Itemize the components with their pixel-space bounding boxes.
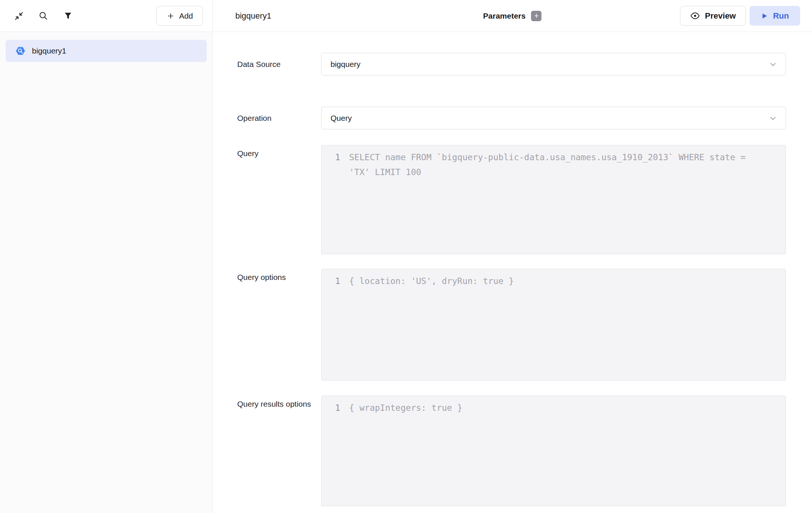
- collapse-panel-button[interactable]: [13, 10, 25, 22]
- filter-icon: [63, 11, 73, 21]
- preview-button[interactable]: Preview: [680, 6, 746, 26]
- run-button-label: Run: [773, 11, 789, 21]
- filter-button[interactable]: [62, 10, 74, 22]
- query-list-item-label: bigquery1: [32, 46, 66, 55]
- query-list-item-bigquery1[interactable]: bigquery1: [6, 40, 207, 62]
- query-results-options-code-text: { wrapIntegers: true }: [349, 400, 463, 415]
- query-editor-main: bigquery1 Parameters Preview: [213, 0, 812, 513]
- query-form: Data Source bigquery Operation Query: [213, 32, 812, 513]
- preview-button-label: Preview: [705, 11, 736, 21]
- query-code-text: SELECT name FROM `bigquery-public-data.u…: [349, 150, 763, 180]
- data-source-select[interactable]: bigquery: [321, 53, 786, 75]
- query-code-editor[interactable]: 1 SELECT name FROM `bigquery-public-data…: [321, 145, 786, 254]
- operation-label: Operation: [237, 113, 321, 123]
- data-source-label: Data Source: [237, 59, 321, 70]
- add-query-button[interactable]: Add: [157, 6, 203, 26]
- collapse-diagonal-icon: [14, 11, 24, 21]
- chevron-down-icon: [768, 60, 777, 69]
- parameters-label: Parameters: [483, 12, 525, 20]
- operation-select[interactable]: Query: [321, 107, 786, 129]
- line-number: 1: [333, 400, 340, 415]
- add-parameter-button[interactable]: [531, 11, 542, 21]
- data-source-row: Data Source bigquery: [237, 53, 786, 75]
- play-icon: [761, 12, 768, 20]
- search-button[interactable]: [38, 10, 49, 22]
- search-icon: [38, 11, 49, 21]
- query-row: Query 1 SELECT name FROM `bigquery-publi…: [237, 145, 786, 254]
- query-list: bigquery1: [0, 32, 212, 70]
- query-results-options-row: Query results options 1 { wrapIntegers: …: [237, 396, 786, 506]
- line-number: 1: [333, 274, 340, 288]
- chevron-down-icon: [768, 114, 777, 123]
- line-number: 1: [333, 150, 340, 165]
- bigquery-icon: [15, 45, 26, 57]
- eye-icon: [690, 11, 700, 21]
- run-button[interactable]: Run: [750, 6, 800, 26]
- query-options-row: Query options 1 { location: 'US', dryRun…: [237, 269, 786, 381]
- plus-icon: [534, 13, 539, 19]
- query-options-editor[interactable]: 1 { location: 'US', dryRun: true }: [321, 269, 786, 381]
- data-source-value: bigquery: [331, 60, 361, 69]
- operation-row: Operation Query: [237, 107, 786, 129]
- operation-value: Query: [331, 114, 352, 123]
- query-results-options-editor[interactable]: 1 { wrapIntegers: true }: [321, 396, 786, 506]
- query-options-label: Query options: [237, 269, 321, 283]
- parameters-group: Parameters: [483, 11, 541, 21]
- query-editor-header: bigquery1 Parameters Preview: [213, 0, 812, 32]
- query-label: Query: [237, 145, 321, 159]
- query-title: bigquery1: [235, 11, 271, 21]
- query-results-options-label: Query results options: [237, 396, 321, 409]
- header-actions: Preview Run: [680, 6, 800, 26]
- query-options-code-text: { location: 'US', dryRun: true }: [349, 274, 514, 288]
- app-window: Add bigquery1 bigquery1 Parameters: [0, 0, 812, 513]
- add-button-label: Add: [179, 12, 193, 20]
- sidebar-toolbar: Add: [0, 0, 212, 32]
- plus-icon: [167, 12, 175, 20]
- query-panel-sidebar: Add bigquery1: [0, 0, 213, 513]
